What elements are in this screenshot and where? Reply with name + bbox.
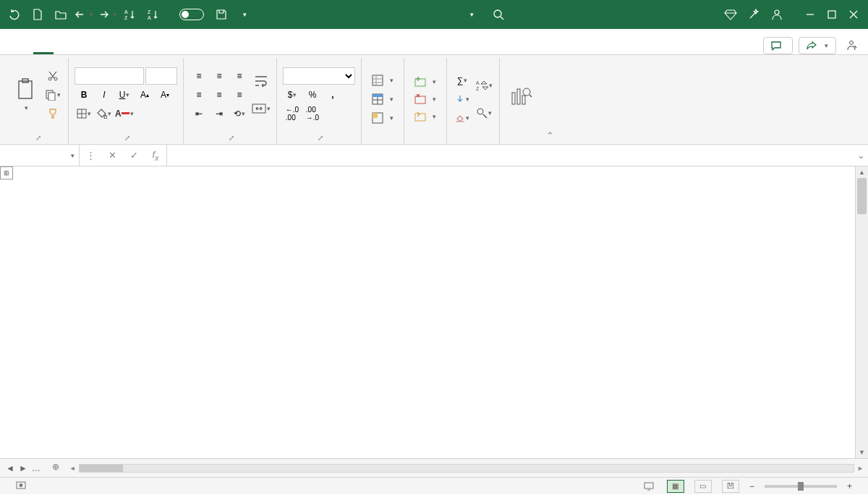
ribbon-display-icon[interactable] [842, 37, 861, 54]
conditional-formatting-button[interactable]: ▾ [367, 72, 398, 88]
maximize-icon[interactable] [822, 4, 842, 25]
number-format-select[interactable] [283, 67, 355, 85]
zoom-in-icon[interactable]: + [847, 481, 852, 491]
tab-help[interactable] [242, 43, 262, 54]
sort-desc-icon[interactable]: ZA [143, 4, 163, 25]
document-title[interactable]: ▾ [467, 11, 474, 18]
zoom-out-icon[interactable]: − [749, 481, 754, 491]
sheet-nav-prev-icon[interactable]: ◄ [6, 463, 14, 473]
builder-icon[interactable]: ⋮ [80, 150, 101, 161]
fill-color-icon[interactable]: ▾ [95, 105, 114, 122]
scroll-down-icon[interactable]: ▼ [856, 447, 868, 458]
font-size-select[interactable] [145, 67, 177, 85]
bold-icon[interactable]: B [75, 86, 93, 103]
orientation-icon[interactable]: ⟲▾ [230, 105, 249, 122]
fill-icon[interactable]: ▾ [453, 90, 472, 108]
sheet-nav-next-icon[interactable]: ► [19, 463, 27, 473]
tab-formulas[interactable] [126, 43, 146, 54]
name-box-input[interactable] [4, 150, 55, 161]
expand-formula-bar-icon[interactable]: ⌄ [854, 145, 868, 166]
currency-icon[interactable]: $▾ [283, 86, 302, 103]
sheet-nav-more-icon[interactable]: … [32, 463, 41, 473]
clear-icon[interactable]: ▾ [453, 109, 472, 127]
font-color-icon[interactable]: A▾ [115, 105, 134, 122]
tab-data[interactable] [149, 43, 169, 54]
save-icon[interactable] [211, 4, 231, 25]
vertical-scroll-thumb[interactable] [857, 178, 867, 214]
sort-asc-icon[interactable]: AZ [120, 4, 140, 25]
tab-file[interactable] [10, 43, 30, 54]
alignment-launcher-icon[interactable]: ⤢ [229, 134, 234, 142]
align-middle-icon[interactable]: ≡ [210, 67, 229, 85]
align-top-icon[interactable]: ≡ [190, 67, 208, 85]
align-left-icon[interactable]: ≡ [190, 86, 208, 103]
cell-styles-button[interactable]: ▾ [367, 110, 398, 126]
align-center-icon[interactable]: ≡ [210, 86, 229, 103]
cut-icon[interactable] [43, 67, 62, 85]
underline-icon[interactable]: U▾ [115, 86, 134, 103]
comma-icon[interactable]: , [323, 86, 342, 103]
copy-icon[interactable]: ▾ [43, 86, 62, 103]
format-as-table-button[interactable]: ▾ [367, 91, 398, 107]
border-icon[interactable]: ▾ [75, 105, 93, 122]
diamond-icon[interactable] [720, 4, 741, 25]
tab-draw[interactable] [80, 43, 100, 54]
tab-view[interactable] [195, 43, 216, 54]
format-painter-icon[interactable] [43, 105, 62, 122]
page-layout-view-icon[interactable]: ▭ [694, 480, 712, 493]
increase-indent-icon[interactable]: ⇥ [210, 105, 229, 122]
autofill-options-icon[interactable]: ⊞ [0, 166, 13, 179]
increase-font-icon[interactable]: A▴ [135, 86, 154, 103]
zoom-slider[interactable] [765, 485, 837, 488]
insert-cells-button[interactable]: ▾ [410, 75, 441, 89]
align-bottom-icon[interactable]: ≡ [230, 67, 249, 85]
wrap-text-icon[interactable] [252, 68, 271, 94]
autosum-icon[interactable]: ∑▾ [453, 72, 472, 89]
wand-icon[interactable] [744, 4, 764, 25]
new-sheet-icon[interactable]: ⊕ [46, 459, 65, 477]
open-file-icon[interactable] [51, 4, 71, 25]
autosave-toggle[interactable] [175, 9, 208, 20]
decrease-indent-icon[interactable]: ⇤ [190, 105, 208, 122]
tab-developer[interactable] [218, 43, 239, 54]
tab-review[interactable] [172, 43, 192, 54]
tab-insert[interactable] [56, 43, 77, 54]
align-right-icon[interactable]: ≡ [230, 86, 249, 103]
macro-record-icon[interactable] [16, 480, 26, 492]
decrease-decimal-icon[interactable]: .00→.0 [303, 105, 322, 122]
normal-view-icon[interactable]: ▦ [667, 480, 684, 493]
name-box-dropdown-icon[interactable]: ▾ [71, 152, 75, 159]
minimize-icon[interactable] [800, 4, 820, 25]
tab-home[interactable] [33, 43, 54, 54]
enter-formula-icon[interactable]: ✓ [123, 150, 145, 161]
decrease-font-icon[interactable]: A▾ [156, 86, 174, 103]
horizontal-scrollbar[interactable]: ◄ ► [65, 459, 868, 477]
number-launcher-icon[interactable]: ⤢ [318, 134, 323, 142]
delete-cells-button[interactable]: ▾ [410, 92, 441, 106]
paste-button[interactable]: ▾ [12, 75, 41, 114]
percent-icon[interactable]: % [303, 86, 322, 103]
format-cells-button[interactable]: ▾ [410, 109, 441, 124]
italic-icon[interactable]: I [95, 86, 114, 103]
share-button[interactable]: ▾ [799, 37, 836, 54]
cancel-formula-icon[interactable]: ✕ [101, 150, 123, 161]
account-icon[interactable] [767, 4, 787, 25]
search-icon[interactable] [488, 4, 509, 25]
page-break-view-icon[interactable]: 凹 [722, 480, 739, 493]
tab-page-layout[interactable] [103, 43, 123, 54]
qat-customize-icon[interactable]: ▾ [234, 4, 255, 25]
font-name-select[interactable] [75, 67, 144, 85]
sort-filter-icon[interactable]: AZ▾ [475, 72, 493, 98]
analyze-data-button[interactable] [506, 84, 536, 114]
new-file-icon[interactable] [27, 4, 48, 25]
comments-button[interactable] [763, 37, 793, 54]
clipboard-launcher-icon[interactable]: ⤢ [35, 134, 41, 142]
fx-icon[interactable]: fx [145, 149, 166, 162]
increase-decimal-icon[interactable]: ←.0.00 [283, 105, 302, 122]
display-settings-button[interactable] [644, 482, 657, 491]
formula-input[interactable] [167, 145, 854, 166]
undo-split-icon[interactable]: ▾ [74, 4, 94, 25]
undo-icon[interactable] [4, 4, 25, 25]
close-icon[interactable] [843, 4, 864, 25]
collapse-ribbon-icon[interactable]: ⌃ [542, 127, 558, 144]
